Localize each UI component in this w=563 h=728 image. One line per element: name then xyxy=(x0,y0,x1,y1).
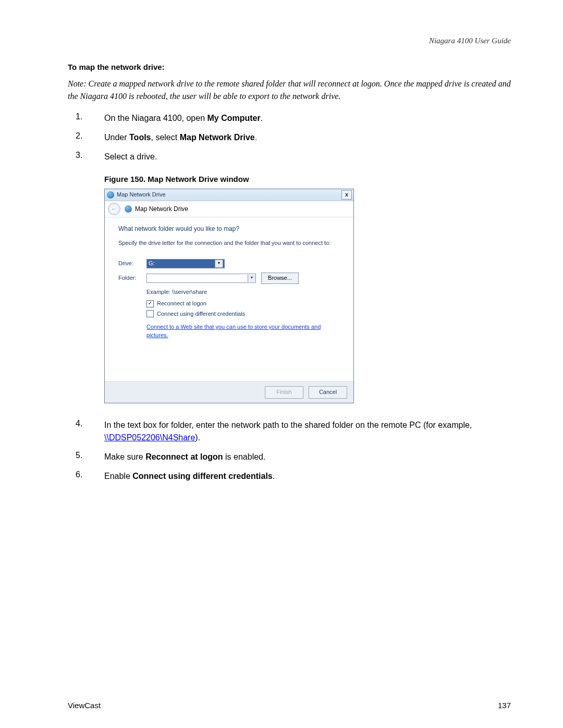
step-body: Under Tools, select Map Network Drive. xyxy=(104,131,511,143)
step-text: . xyxy=(273,472,275,480)
note-text: Note: Create a mapped network drive to t… xyxy=(68,78,511,103)
drive-select[interactable]: G: ▾ xyxy=(146,259,225,268)
step-text: In the text box for folder, enter the ne… xyxy=(104,421,472,429)
step-bold: Tools xyxy=(129,133,151,142)
step-text: . xyxy=(255,133,257,142)
map-network-drive-dialog: Map Network Drive x ← Map Network Drive … xyxy=(104,189,511,403)
chevron-down-icon: ▾ xyxy=(248,275,255,282)
step-number: 6. xyxy=(68,470,104,479)
reconnect-label: Reconnect at logon xyxy=(157,300,206,308)
example-text: Example: \\server\share xyxy=(146,288,340,297)
drive-label: Drive: xyxy=(118,260,146,268)
folder-combobox[interactable]: ▾ xyxy=(146,274,256,283)
folder-label: Folder: xyxy=(118,274,146,282)
step-number: 3. xyxy=(68,151,104,160)
step-text: Enable xyxy=(104,472,132,480)
step-body: Make sure Reconnect at logon is enabled. xyxy=(104,451,511,463)
page-number: 137 xyxy=(498,701,511,710)
diff-credentials-option[interactable]: Connect using different credentials xyxy=(146,310,340,318)
network-path-link[interactable]: \\DDSP052206\N4Share xyxy=(104,433,195,442)
step-bold: Connect using different credentials xyxy=(132,472,272,480)
globe-icon xyxy=(107,191,114,199)
titlebar: Map Network Drive x xyxy=(105,189,353,201)
window-title: Map Network Drive xyxy=(117,191,166,199)
step-number: 4. xyxy=(68,419,104,428)
cancel-button[interactable]: Cancel xyxy=(309,386,347,399)
step-text: On the Niagara 4100, open xyxy=(104,114,207,122)
diff-credentials-label: Connect using different credentials xyxy=(157,310,245,318)
figure-caption: Figure 150. Map Network Drive window xyxy=(104,174,511,185)
step-body: Enable Connect using different credentia… xyxy=(104,470,511,482)
step-bold: Map Network Drive xyxy=(180,133,255,142)
step-bold: Reconnect at logon xyxy=(145,452,223,461)
browse-button[interactable]: Browse... xyxy=(261,273,299,284)
connect-website-link[interactable]: Connect to a Web site that you can use t… xyxy=(146,323,340,340)
back-button[interactable]: ← xyxy=(108,203,120,215)
reconnect-option[interactable]: ✓ Reconnect at logon xyxy=(146,300,340,308)
section-title: To map the network drive: xyxy=(68,63,511,71)
step-body: In the text box for folder, enter the ne… xyxy=(104,419,511,443)
step-text: . xyxy=(261,114,263,122)
step-text: Under xyxy=(104,133,129,142)
step-text: , select xyxy=(151,133,180,142)
chevron-down-icon: ▾ xyxy=(215,260,223,268)
drive-value: G: xyxy=(149,260,155,268)
drive-icon xyxy=(125,205,132,213)
step-number: 1. xyxy=(68,112,104,121)
step-text: is enabled. xyxy=(223,452,266,461)
checkbox-checked-icon[interactable]: ✓ xyxy=(146,300,154,307)
step-body: On the Niagara 4100, open My Computer. xyxy=(104,112,511,124)
step-body: Select a drive. xyxy=(104,151,511,163)
dialog-subtext: Specify the drive letter for the connect… xyxy=(118,239,340,248)
step-bold: My Computer xyxy=(207,114,260,122)
header-guide-title: Niagara 4100 User Guide xyxy=(429,36,511,45)
close-button[interactable]: x xyxy=(341,190,352,200)
dialog-heading: What network folder would you like to ma… xyxy=(118,225,340,233)
finish-button[interactable]: Finish xyxy=(265,386,303,399)
step-number: 2. xyxy=(68,131,104,141)
nav-title: Map Network Drive xyxy=(135,205,188,214)
step-text: ). xyxy=(195,433,200,442)
nav-row: ← Map Network Drive xyxy=(105,201,353,217)
checkbox-unchecked-icon[interactable] xyxy=(146,310,154,317)
step-number: 5. xyxy=(68,451,104,460)
step-text: Make sure xyxy=(104,452,145,461)
footer-left: ViewCast xyxy=(68,701,101,710)
